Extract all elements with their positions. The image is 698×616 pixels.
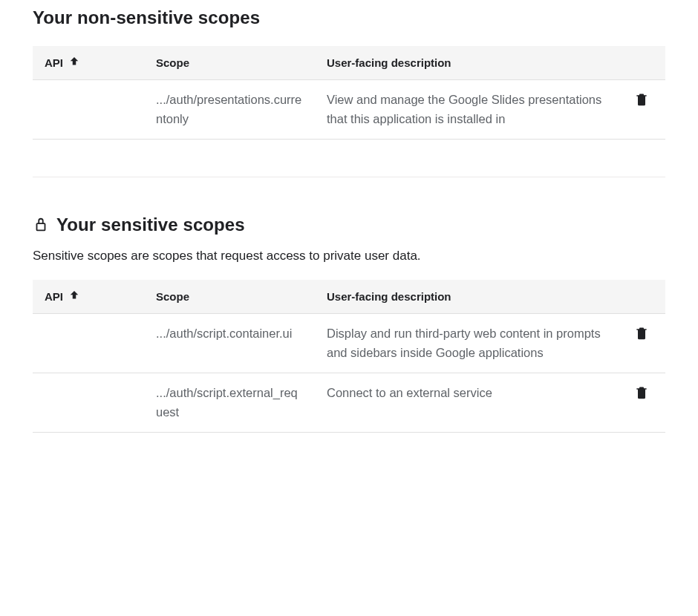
sensitive-scopes-title: Your sensitive scopes bbox=[33, 214, 665, 235]
table-row: .../auth/script.external_request Connect… bbox=[33, 373, 665, 433]
cell-actions bbox=[621, 80, 665, 140]
cell-scope: .../auth/script.external_request bbox=[144, 373, 315, 433]
cell-desc: Display and run third-party web content … bbox=[315, 314, 621, 373]
col-header-actions bbox=[621, 280, 665, 314]
delete-button[interactable] bbox=[633, 384, 650, 407]
cell-scope: .../auth/script.container.ui bbox=[144, 314, 315, 373]
col-header-scope-label: Scope bbox=[156, 56, 189, 69]
table-header-row: API Scope User-facing description bbox=[33, 280, 665, 314]
trash-icon bbox=[634, 326, 649, 347]
sensitive-scopes-subtitle: Sensitive scopes are scopes that request… bbox=[33, 249, 665, 263]
arrow-up-icon bbox=[68, 55, 81, 71]
col-header-actions bbox=[621, 46, 665, 80]
col-header-scope-label: Scope bbox=[156, 290, 189, 303]
col-header-scope[interactable]: Scope bbox=[144, 46, 315, 80]
col-header-api-label: API bbox=[45, 56, 63, 69]
non-sensitive-scopes-section: Your non-sensitive scopes API bbox=[33, 7, 665, 140]
cell-api bbox=[33, 373, 144, 433]
col-header-desc[interactable]: User-facing description bbox=[315, 280, 621, 314]
col-header-desc-label: User-facing description bbox=[327, 290, 451, 303]
arrow-up-icon bbox=[68, 289, 81, 304]
section-title-text: Your sensitive scopes bbox=[56, 214, 245, 235]
cell-desc: Connect to an external service bbox=[315, 373, 621, 433]
cell-api bbox=[33, 80, 144, 140]
col-header-api[interactable]: API bbox=[33, 280, 144, 314]
trash-icon bbox=[634, 92, 649, 113]
delete-button[interactable] bbox=[633, 91, 650, 114]
sensitive-scopes-section: Your sensitive scopes Sensitive scopes a… bbox=[33, 214, 665, 433]
cell-actions bbox=[621, 373, 665, 433]
cell-actions bbox=[621, 314, 665, 373]
table-row: .../auth/presentations.currentonly View … bbox=[33, 80, 665, 140]
sensitive-scopes-table: API Scope User-facing description bbox=[33, 280, 665, 433]
cell-api bbox=[33, 314, 144, 373]
col-header-desc[interactable]: User-facing description bbox=[315, 46, 621, 80]
col-header-api[interactable]: API bbox=[33, 46, 144, 80]
cell-desc: View and manage the Google Slides presen… bbox=[315, 80, 621, 140]
col-header-scope[interactable]: Scope bbox=[144, 280, 315, 314]
table-row: .../auth/script.container.ui Display and… bbox=[33, 314, 665, 373]
col-header-desc-label: User-facing description bbox=[327, 56, 451, 69]
section-title-text: Your non-sensitive scopes bbox=[33, 7, 260, 28]
col-header-api-label: API bbox=[45, 290, 63, 303]
lock-icon bbox=[33, 217, 49, 233]
trash-icon bbox=[634, 385, 649, 406]
section-divider bbox=[33, 177, 665, 177]
non-sensitive-scopes-table: API Scope User-facing description bbox=[33, 46, 665, 140]
delete-button[interactable] bbox=[633, 324, 650, 348]
non-sensitive-scopes-title: Your non-sensitive scopes bbox=[33, 7, 665, 28]
table-header-row: API Scope User-facing description bbox=[33, 46, 665, 80]
cell-scope: .../auth/presentations.currentonly bbox=[144, 80, 315, 140]
